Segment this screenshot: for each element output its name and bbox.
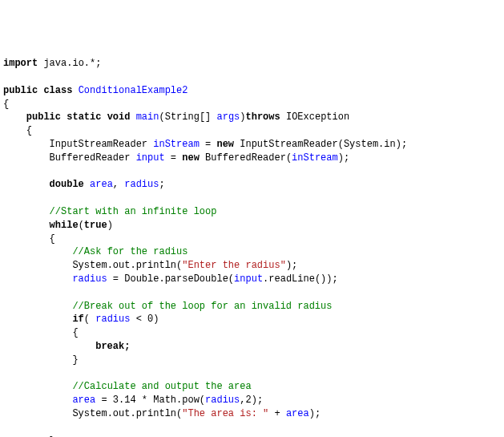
kw-import: import	[3, 58, 38, 69]
semi1: ;	[159, 179, 164, 190]
close2: );	[309, 408, 321, 419]
area-calc2: ,2);	[240, 395, 263, 406]
isr-ctor: InputStreamReader(System.in);	[234, 139, 407, 150]
plus-area: +	[268, 408, 286, 419]
comment-ask: //Ask for the radius	[72, 246, 187, 257]
comment-break: //Break out of the loop for an invalid r…	[72, 301, 332, 312]
kw-public2: public	[26, 111, 61, 123]
kw-break: break;	[95, 341, 130, 352]
instream-var: inStream	[153, 139, 200, 150]
radius-pow: radius	[205, 395, 240, 406]
kw-public: public	[3, 85, 38, 96]
eq1: =	[200, 139, 217, 150]
sysout1: System.out.println(	[72, 260, 182, 271]
radius-assign-var: radius	[72, 273, 107, 285]
comma: ,	[113, 179, 124, 190]
kw-true: true	[84, 220, 107, 231]
kw-if: if	[72, 314, 83, 325]
import-pkg: java.io.*;	[38, 58, 101, 69]
str-enter: "Enter the radius"	[182, 260, 286, 271]
params-open: (String[]	[159, 111, 216, 123]
area-calc: = 3.14 * Math.pow(	[95, 395, 205, 406]
str-area: "The area is: "	[182, 408, 268, 419]
isr-decl: InputStreamReader	[50, 139, 154, 150]
main-method: main	[136, 111, 159, 123]
radius-assign: = Double.parseDouble(	[107, 273, 234, 285]
kw-static: static	[67, 111, 101, 123]
if-open: (	[84, 314, 95, 325]
radius-var: radius	[124, 179, 159, 190]
input-ref: input	[234, 273, 263, 285]
close1: );	[286, 260, 297, 271]
class-name: ConditionalExample2	[79, 85, 188, 96]
radius-cond: radius	[95, 314, 130, 325]
ioexception: IOException	[280, 111, 349, 123]
instream-ref: inStream	[292, 152, 338, 164]
if-close: < 0)	[130, 314, 159, 325]
br-ctor2: );	[338, 152, 349, 164]
kw-new1: new	[216, 139, 234, 150]
paren-open1: (	[79, 220, 84, 231]
args-param: args	[217, 111, 240, 123]
kw-throws: throws	[246, 111, 280, 123]
comment-calc: //Calculate and output the area	[72, 381, 251, 392]
br-decl: BufferedReader	[50, 152, 136, 164]
kw-double: double	[50, 179, 84, 190]
kw-new2: new	[182, 152, 200, 164]
area-var: area	[90, 179, 113, 190]
code-block: import java.io.*; public class Condition…	[3, 57, 501, 437]
area-assign: area	[72, 395, 95, 406]
kw-while: while	[50, 220, 79, 231]
comment-loop: //Start with an infinite loop	[50, 206, 217, 217]
eq2: =	[165, 152, 183, 164]
readline: .readLine());	[263, 273, 338, 285]
br-ctor: BufferedReader(	[200, 152, 292, 164]
area-out: area	[286, 408, 309, 419]
paren-close1: )	[107, 220, 113, 231]
input-var: input	[136, 152, 165, 164]
kw-void: void	[107, 111, 131, 123]
sysout2: System.out.println(	[72, 408, 182, 419]
params-close: )	[240, 111, 245, 123]
kw-class: class	[43, 85, 72, 96]
